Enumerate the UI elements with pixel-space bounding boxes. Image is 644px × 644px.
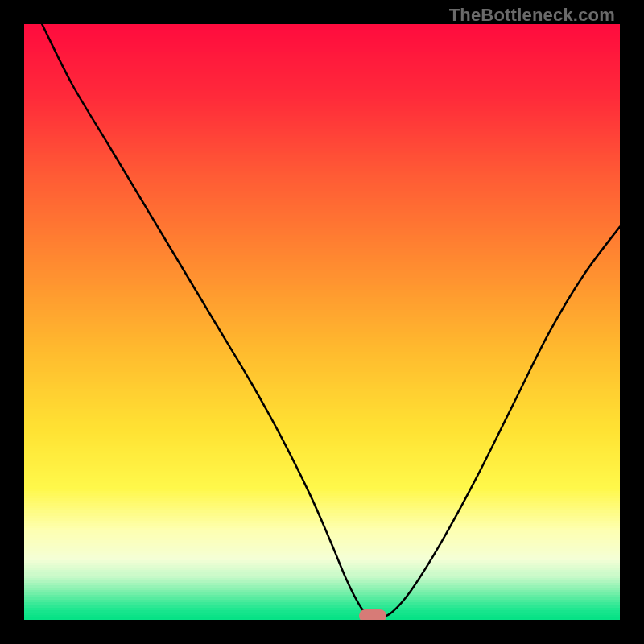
optimal-marker [359,609,386,620]
plot-area [24,24,620,620]
watermark-text: TheBottleneck.com [449,5,615,26]
chart-frame: TheBottleneck.com [0,0,644,644]
curve-layer [24,24,620,620]
bottleneck-curve [42,24,620,617]
